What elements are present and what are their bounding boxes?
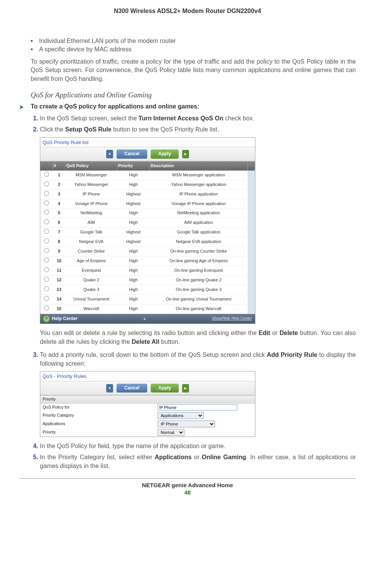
row-radio[interactable]: [44, 248, 49, 253]
procedure-heading: To create a QoS policy for applications …: [19, 103, 356, 110]
document-header: N300 Wireless ADSL2+ Modem Router DGN220…: [19, 8, 356, 15]
row-num: 10: [53, 256, 66, 266]
row-priority: Highest: [117, 237, 150, 247]
step-text: check box.: [223, 115, 254, 122]
row-policy: Vonage IP Phone: [66, 199, 117, 209]
cancel-button[interactable]: Cancel: [117, 149, 147, 158]
col-description: Description: [150, 161, 248, 171]
screenshot-priority-rules: QoS - Priority Rules × Cancel Apply ▸ Pr…: [40, 371, 255, 437]
row-policy: Quake 2: [66, 276, 117, 285]
row-radio[interactable]: [44, 277, 49, 282]
step-item: In the Priority Category list, select ei…: [40, 453, 356, 470]
row-policy: Counter Strike: [66, 247, 117, 256]
screenshot-button-bar: × Cancel Apply ▸: [40, 147, 255, 161]
intro-paragraph: To specify prioritization of traffic, cr…: [31, 57, 356, 83]
row-priority: High: [117, 256, 150, 266]
row-policy: IP Phone: [66, 189, 117, 199]
row-description: NetMeeting application: [150, 209, 248, 218]
row-radio[interactable]: [44, 229, 49, 234]
row-description: On-line gaming Age of Empires: [150, 256, 248, 266]
apply-button[interactable]: Apply: [151, 384, 179, 393]
row-num: 3: [53, 189, 66, 199]
scrollbar[interactable]: [248, 171, 255, 314]
row-description: On-line gaming Warcraft: [150, 304, 248, 314]
close-icon[interactable]: ×: [106, 384, 113, 393]
apply-button[interactable]: Apply: [151, 149, 179, 158]
row-priority: High: [117, 180, 150, 189]
screenshot-title: QoS Priority Rule list: [40, 138, 255, 148]
row-description: Netgear EVA application: [150, 237, 248, 247]
page-number: 48: [19, 489, 356, 496]
footer-text: NETGEAR genie Advanced Home: [19, 478, 356, 488]
row-num: 6: [53, 218, 66, 228]
row-radio[interactable]: [44, 267, 49, 272]
col-num: #: [53, 161, 66, 171]
row-radio[interactable]: [44, 258, 49, 263]
priority-category-select[interactable]: Applications: [158, 412, 204, 419]
row-priority: Highest: [117, 199, 150, 209]
row-radio[interactable]: [44, 305, 49, 310]
row-priority: High: [117, 209, 150, 218]
row-radio[interactable]: [44, 191, 49, 196]
row-priority: High: [117, 285, 150, 294]
screenshot-button-bar: × Cancel Apply ▸: [40, 381, 255, 395]
row-radio[interactable]: [44, 181, 49, 186]
row-description: Vonage IP Phone application: [150, 199, 248, 209]
applications-select[interactable]: IP Phone: [158, 420, 215, 427]
cancel-button[interactable]: Cancel: [117, 384, 147, 393]
apply-arrow-icon[interactable]: ▸: [182, 150, 189, 158]
row-num: 15: [53, 304, 66, 314]
table-row: 3IP PhoneHighestIP Phone application: [40, 189, 255, 199]
close-icon[interactable]: ×: [106, 150, 113, 158]
ui-label-bold: Online Gaming: [202, 454, 246, 460]
row-radio[interactable]: [44, 286, 49, 291]
chevron-up-icon[interactable]: ▲: [142, 315, 147, 322]
row-priority: Highest: [117, 228, 150, 237]
row-num: 14: [53, 294, 66, 304]
step-text: button to see the QoS Priority Rule list…: [112, 126, 219, 133]
step-text: In the QoS Setup screen, select the: [40, 115, 138, 122]
ordered-steps: In the QoS Setup screen, select the Turn…: [31, 114, 356, 470]
bullet-item: A specific device by MAC address: [31, 46, 356, 53]
row-radio[interactable]: [44, 200, 49, 205]
row-num: 7: [53, 228, 66, 237]
row-policy: Netgear EVA: [66, 237, 117, 247]
ui-label-bold: Setup QoS Rule: [65, 126, 112, 133]
row-policy: NetMeeting: [66, 209, 117, 218]
row-description: Yahoo Messenger application: [150, 180, 248, 189]
row-description: On-line gaming Unreal Tournament: [150, 294, 248, 304]
row-policy: Warcraft: [66, 304, 117, 314]
row-priority: High: [117, 247, 150, 256]
row-num: 11: [53, 266, 66, 276]
apply-arrow-icon[interactable]: ▸: [182, 384, 189, 393]
step-text: Click the: [40, 126, 65, 133]
row-radio[interactable]: [44, 296, 49, 301]
bullet-list: Individual Ethernet LAN ports of the mod…: [31, 38, 356, 53]
step-note: You can edit or delete a rule by selecti…: [40, 328, 356, 346]
help-icon[interactable]: ?: [43, 316, 49, 322]
row-policy: Unreal Tournament: [66, 294, 117, 304]
section-heading: QoS for Applications and Online Gaming: [31, 91, 356, 99]
row-radio[interactable]: [44, 219, 49, 224]
form-label: QoS Policy for: [43, 404, 158, 411]
row-priority: High: [117, 276, 150, 285]
screenshot-title: QoS - Priority Rules: [40, 371, 255, 381]
show-hide-link[interactable]: Show/Hide Help Center: [212, 316, 252, 322]
step-item: To add a priority rule, scroll down to t…: [40, 350, 356, 437]
qos-policy-input[interactable]: [158, 404, 237, 411]
row-num: 5: [53, 209, 66, 218]
row-radio[interactable]: [44, 172, 49, 177]
row-description: On-line gaming Quake 3: [150, 285, 248, 294]
row-priority: High: [117, 218, 150, 228]
table-row: 11EverquestHighOn-line gaming Everquest: [40, 266, 255, 276]
row-radio[interactable]: [44, 210, 49, 215]
table-row: 14Unreal TournamentHighOn-line gaming Un…: [40, 294, 255, 304]
table-row: 9Counter StrikeHighOn-line gaming Counte…: [40, 247, 255, 256]
row-policy: Age of Empires: [66, 256, 117, 266]
row-priority: High: [117, 171, 150, 180]
ui-label-bold: Turn Internet Access QoS On: [138, 115, 223, 122]
row-num: 8: [53, 237, 66, 247]
row-policy: AIM: [66, 218, 117, 228]
row-radio[interactable]: [44, 238, 49, 243]
priority-select[interactable]: Normal: [158, 429, 184, 436]
